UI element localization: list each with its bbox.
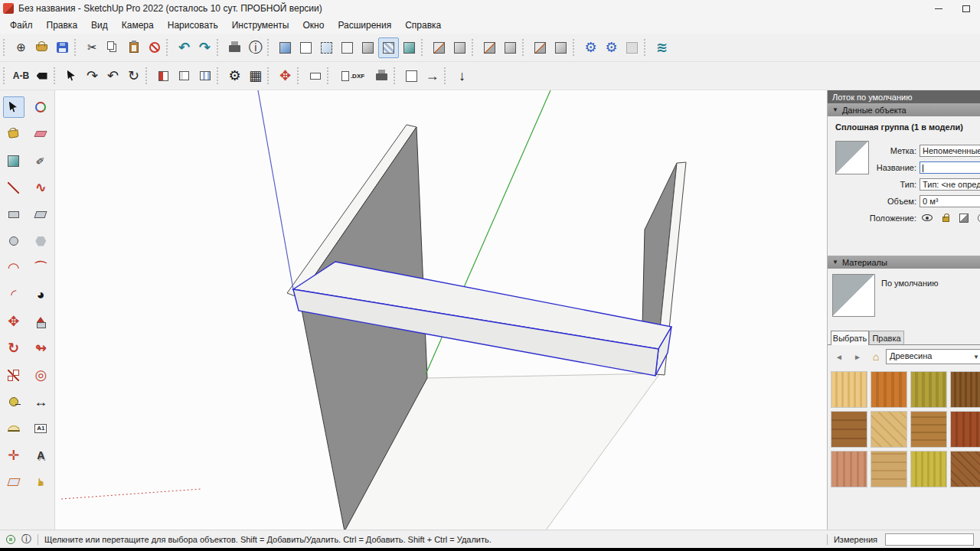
arrow-down-button[interactable]: ↓ (452, 66, 472, 86)
material-swatch[interactable] (950, 451, 980, 487)
toolbar-grip[interactable] (217, 39, 221, 56)
receive-shadows-toggle[interactable] (975, 211, 980, 224)
section-troubleshoot-button[interactable] (550, 37, 571, 58)
material-swatch[interactable] (950, 371, 980, 408)
toolbar-grip[interactable] (166, 39, 171, 56)
follow-me-tool[interactable]: ↬ (30, 337, 51, 359)
circle-tool[interactable] (3, 230, 24, 252)
material-swatch[interactable] (871, 411, 907, 448)
type-dropdown[interactable]: Тип: <не опред (920, 178, 980, 191)
section-display-button[interactable] (449, 37, 470, 58)
undo-button[interactable]: ↶ (174, 37, 194, 58)
open-button[interactable] (31, 37, 52, 58)
arrow-right-button[interactable]: → (422, 66, 443, 86)
style-shaded-button[interactable] (358, 37, 378, 58)
pan-tool[interactable]: ☛ (30, 471, 51, 493)
entity-info-section-bar[interactable]: ▼ Данные объекта (828, 103, 980, 116)
align-pages-button[interactable] (174, 66, 194, 86)
polygon-tool[interactable] (30, 230, 51, 252)
material-home-button[interactable]: ⌂ (867, 349, 884, 364)
toolbar-grip[interactable] (297, 67, 302, 84)
copy-button[interactable] (103, 37, 123, 58)
toolbar-grip[interactable] (472, 39, 476, 56)
save-button[interactable] (52, 37, 73, 58)
hidden-toggle[interactable] (920, 211, 935, 224)
material-swatch[interactable] (871, 451, 907, 487)
soften-edges-button[interactable]: ≋ (652, 37, 672, 58)
tab-select[interactable]: Выбрать (831, 331, 869, 345)
maximize-button[interactable] (952, 0, 980, 17)
material-swatch[interactable] (871, 371, 907, 408)
style-backedges-button[interactable] (316, 37, 337, 58)
measurements-input[interactable] (885, 533, 974, 546)
line-tool[interactable] (3, 177, 24, 198)
toolbar-grip[interactable] (421, 39, 426, 56)
component-tool[interactable] (3, 150, 24, 171)
rotate-view-button[interactable]: ↻ (123, 66, 144, 86)
model-info-button[interactable]: ⓘ (245, 37, 266, 58)
tray-header[interactable]: Лоток по умолчанию (828, 90, 980, 103)
text-tool[interactable]: A1 (30, 418, 51, 439)
tab-edit[interactable]: Правка (869, 331, 904, 345)
material-category-dropdown[interactable]: Древесина ▼ (886, 349, 980, 364)
toolbar-grip[interactable] (522, 39, 527, 56)
toolbar-grip[interactable] (54, 67, 58, 84)
menu-help[interactable]: Справка (398, 18, 448, 32)
push-pull-tool[interactable] (30, 311, 51, 332)
redo-button[interactable]: ↷ (194, 37, 215, 58)
dxf-export-button[interactable]: .DXF (335, 66, 371, 86)
table-button[interactable]: ▦ (245, 66, 266, 86)
menu-draw[interactable]: Нарисовать (161, 18, 225, 32)
toolbar-grip[interactable] (644, 39, 648, 56)
section-plane-tool[interactable] (3, 471, 24, 493)
move-tool[interactable]: ✥ (3, 311, 24, 332)
geolocation-icon[interactable] (6, 535, 15, 544)
style-hiddenline-button[interactable] (337, 37, 358, 58)
section-cut-button[interactable] (479, 37, 500, 58)
eraser-tool[interactable] (30, 123, 51, 145)
tape-measure-tool[interactable] (3, 391, 24, 412)
style-monochrome-button[interactable] (399, 37, 420, 58)
model-canvas[interactable] (55, 90, 827, 530)
minimize-button[interactable] (925, 0, 952, 17)
orbit-tool[interactable] (30, 96, 51, 118)
toolbar-grip[interactable] (74, 39, 79, 56)
credits-info-icon[interactable]: ⓘ (21, 533, 31, 546)
paint-bucket-tool[interactable] (3, 123, 24, 145)
axes-tool[interactable]: ✛ (3, 445, 24, 466)
protractor-tool[interactable] (3, 418, 24, 439)
section-fill-button[interactable] (500, 37, 521, 58)
elevation-button[interactable] (153, 66, 174, 86)
rectangle-tool[interactable] (3, 204, 24, 225)
material-swatch[interactable] (831, 411, 867, 448)
material-swatch[interactable] (831, 371, 867, 408)
menu-view[interactable]: Вид (84, 18, 115, 32)
toolbar-grip[interactable] (3, 39, 8, 56)
toolbar-grip[interactable] (327, 67, 332, 84)
select-arrow-button[interactable] (61, 66, 82, 86)
style-wireframe-button[interactable] (296, 37, 316, 58)
rectangle-select-button[interactable] (305, 66, 325, 86)
section-outline-button[interactable] (530, 37, 550, 58)
material-swatch[interactable] (831, 451, 867, 487)
new-button[interactable]: ⊕ (11, 37, 31, 58)
curved-arrow-1-button[interactable]: ↷ (82, 66, 103, 86)
ab-dimension-button[interactable]: A-B (11, 66, 31, 86)
scale-tool[interactable] (3, 364, 24, 386)
cast-shadows-toggle[interactable] (956, 211, 972, 224)
menu-file[interactable]: Файл (3, 18, 40, 32)
box-button[interactable] (401, 66, 422, 86)
toolbar-grip[interactable] (267, 39, 272, 56)
two-point-arc-tool[interactable]: ⌒ (30, 257, 51, 279)
3d-text-tool[interactable]: A (30, 445, 51, 466)
dimension-tool[interactable]: ↔ (30, 391, 51, 412)
curved-arrow-2-button[interactable]: ↷ (103, 66, 123, 86)
current-material-thumbnail[interactable] (832, 274, 875, 317)
toolbar-grip[interactable] (3, 67, 8, 84)
material-swatch[interactable] (950, 411, 980, 448)
toolbar-grip[interactable] (145, 67, 150, 84)
lock-toggle[interactable] (938, 211, 953, 224)
gear-button[interactable]: ⚙ (224, 66, 245, 86)
tag-button[interactable] (31, 66, 52, 86)
print-button[interactable] (224, 37, 245, 58)
